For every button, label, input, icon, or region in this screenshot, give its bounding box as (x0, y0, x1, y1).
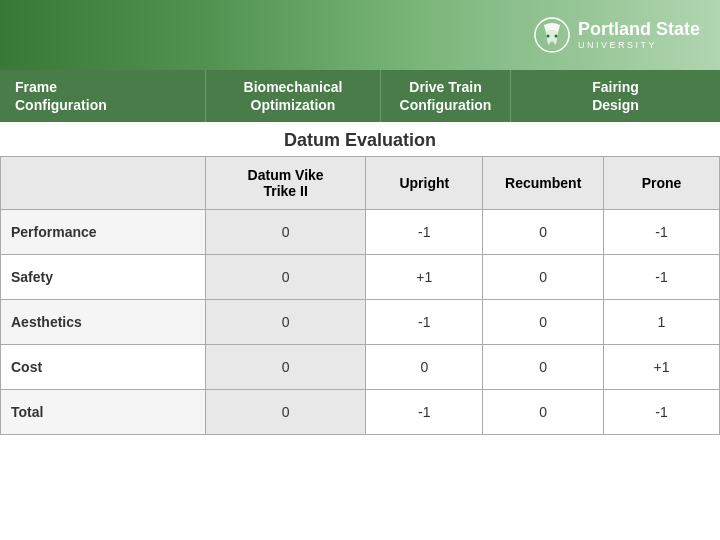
col-header-frame: Frame Configuration (0, 70, 205, 122)
cell-aesthetics-upright: -1 (366, 300, 483, 345)
header-banner: Portland State UNIVERSITY (0, 0, 720, 70)
col-header-frame-line1: Frame (15, 79, 57, 95)
cell-total-recumbent: 0 (483, 390, 604, 435)
cell-performance-datum-vike: 0 (206, 210, 366, 255)
col-header-biomech-line2: Optimization (251, 97, 336, 113)
table-row-aesthetics: Aesthetics0-101 (1, 300, 720, 345)
table-header-upright: Upright (366, 157, 483, 210)
table-row-total: Total0-10-1 (1, 390, 720, 435)
col-header-fairing-line2: Design (592, 97, 639, 113)
table-body: Performance0-10-1Safety0+10-1Aesthetics0… (1, 210, 720, 435)
table-row-cost: Cost000+1 (1, 345, 720, 390)
cell-performance-prone: -1 (603, 210, 719, 255)
table-row-performance: Performance0-10-1 (1, 210, 720, 255)
svg-point-1 (546, 35, 549, 38)
cell-safety-datum-vike: 0 (206, 255, 366, 300)
cell-cost-datum-vike: 0 (206, 345, 366, 390)
cell-performance-upright: -1 (366, 210, 483, 255)
table-header-prone: Prone (603, 157, 719, 210)
cell-total-datum-vike: 0 (206, 390, 366, 435)
table-row-safety: Safety0+10-1 (1, 255, 720, 300)
cell-cost-upright: 0 (366, 345, 483, 390)
cell-safety-upright: +1 (366, 255, 483, 300)
svg-point-2 (554, 35, 557, 38)
psu-text-block: Portland State UNIVERSITY (578, 20, 700, 50)
col-header-biomech-line1: Biomechanical (244, 79, 343, 95)
row-label-total: Total (1, 390, 206, 435)
col-header-frame-line2: Configuration (15, 97, 107, 113)
row-label-performance: Performance (1, 210, 206, 255)
row-label-cost: Cost (1, 345, 206, 390)
cell-aesthetics-datum-vike: 0 (206, 300, 366, 345)
evaluation-table: Datum VikeTrike II Upright Recumbent Pro… (0, 156, 720, 435)
cell-total-prone: -1 (603, 390, 719, 435)
col-header-fairing-line1: Fairing (592, 79, 639, 95)
cell-cost-prone: +1 (603, 345, 719, 390)
cell-safety-prone: -1 (603, 255, 719, 300)
table-header-row: Datum VikeTrike II Upright Recumbent Pro… (1, 157, 720, 210)
table-header-datum-vike: Datum VikeTrike II (206, 157, 366, 210)
row-label-safety: Safety (1, 255, 206, 300)
table-header-recumbent: Recumbent (483, 157, 604, 210)
datum-evaluation-title: Datum Evaluation (0, 122, 720, 156)
col-header-drivetrain-line1: Drive Train (409, 79, 481, 95)
psu-icon (534, 17, 570, 53)
cell-aesthetics-prone: 1 (603, 300, 719, 345)
cell-safety-recumbent: 0 (483, 255, 604, 300)
cell-aesthetics-recumbent: 0 (483, 300, 604, 345)
col-header-drivetrain: Drive Train Configuration (380, 70, 510, 122)
cell-cost-recumbent: 0 (483, 345, 604, 390)
col-header-fairing: Fairing Design (510, 70, 720, 122)
column-headers: Frame Configuration Biomechanical Optimi… (0, 70, 720, 122)
row-label-aesthetics: Aesthetics (1, 300, 206, 345)
col-header-drivetrain-line2: Configuration (400, 97, 492, 113)
col-header-biomech: Biomechanical Optimization (205, 70, 380, 122)
psu-logo: Portland State UNIVERSITY (534, 17, 700, 53)
psu-name: Portland State (578, 20, 700, 40)
cell-total-upright: -1 (366, 390, 483, 435)
cell-performance-recumbent: 0 (483, 210, 604, 255)
psu-subtitle: UNIVERSITY (578, 40, 700, 50)
table-header-empty (1, 157, 206, 210)
